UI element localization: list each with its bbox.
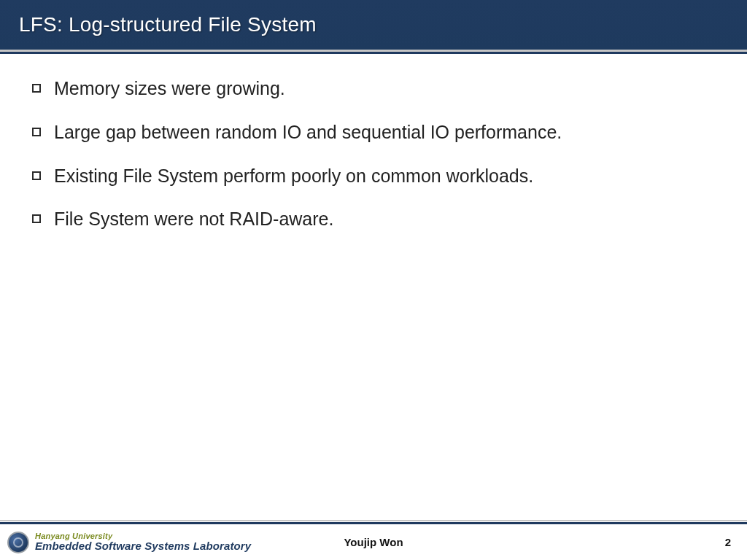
author-name: Youjip Won	[344, 536, 403, 548]
university-seal-icon	[7, 532, 29, 553]
bullet-text: Existing File System perform poorly on c…	[54, 164, 533, 189]
bullet-item: Existing File System perform poorly on c…	[32, 164, 725, 189]
slide-body: Memory sizes were growing. Large gap bet…	[0, 52, 747, 522]
bullet-item: Large gap between random IO and sequenti…	[32, 120, 725, 145]
slide-title: LFS: Log-structured File System	[19, 13, 728, 36]
bullet-text: Large gap between random IO and sequenti…	[54, 120, 562, 145]
slide: LFS: Log-structured File System Memory s…	[0, 0, 747, 560]
square-bullet-icon	[32, 128, 41, 136]
bullet-text: Memory sizes were growing.	[54, 77, 285, 101]
page-number: 2	[725, 536, 731, 548]
square-bullet-icon	[32, 171, 41, 180]
logo-text: Hanyang University Embedded Software Sys…	[35, 532, 251, 552]
square-bullet-icon	[32, 214, 41, 223]
footer-divider	[0, 520, 747, 521]
bullet-list: Memory sizes were growing. Large gap bet…	[32, 77, 725, 232]
lab-name: Embedded Software Systems Laboratory	[35, 540, 251, 552]
bullet-item: File System were not RAID-aware.	[32, 207, 725, 232]
bullet-item: Memory sizes were growing.	[32, 77, 725, 101]
footer: Hanyang University Embedded Software Sys…	[0, 522, 747, 560]
title-bar: LFS: Log-structured File System	[0, 0, 747, 52]
square-bullet-icon	[32, 84, 41, 93]
bullet-text: File System were not RAID-aware.	[54, 207, 333, 232]
footer-logo: Hanyang University Embedded Software Sys…	[7, 532, 251, 553]
